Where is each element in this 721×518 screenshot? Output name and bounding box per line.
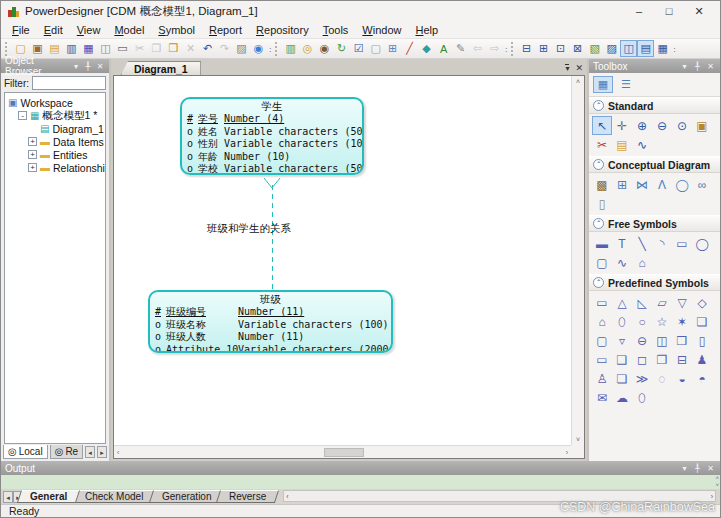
entity-tool-icon[interactable]: ⊞ xyxy=(612,175,632,194)
right-triangle-tool-icon[interactable]: ◺ xyxy=(632,293,652,312)
expander-icon[interactable]: + xyxy=(28,137,37,146)
copy-icon[interactable]: ❐ xyxy=(148,40,165,57)
check-model-icon[interactable]: ☑ xyxy=(350,40,367,57)
association-link-tool-icon[interactable]: ∞ xyxy=(692,175,712,194)
relationship-line[interactable] xyxy=(272,185,273,290)
browser-tab-re[interactable]: ◎Re xyxy=(50,445,84,459)
font-style-icon[interactable]: A xyxy=(435,40,452,57)
collapse-icon[interactable]: ˆ xyxy=(593,100,604,111)
tree-item-概念模型1[interactable]: -▦概念模型1 * xyxy=(5,109,105,122)
entity-班级[interactable]: 班级#班级编号Number (11)o班级名称Variable characte… xyxy=(148,290,393,353)
repository-window-icon[interactable]: ▨ xyxy=(603,40,620,57)
close-diagram-icon[interactable]: ✕ xyxy=(575,63,583,73)
file-tool-icon[interactable]: ▯ xyxy=(592,194,612,213)
output-toggle-icon[interactable]: ▤ xyxy=(637,40,654,57)
close-panel-icon[interactable]: ✕ xyxy=(705,62,716,71)
output-tab-reverse[interactable]: Reverse xyxy=(216,490,279,503)
output-tab-general[interactable]: General xyxy=(17,490,80,503)
menu-file[interactable]: File xyxy=(5,23,37,37)
maximize-button[interactable]: □ xyxy=(654,2,684,20)
documents-icon[interactable]: ⊠ xyxy=(569,40,586,57)
tree-item-diagram-1[interactable]: ▤Diagram_1 xyxy=(5,122,105,135)
trapezoid-tool-icon[interactable]: ▽ xyxy=(672,293,692,312)
tree-item-workspace[interactable]: ▣Workspace xyxy=(5,96,105,109)
list-view-button[interactable]: ☰ xyxy=(616,76,636,93)
create-symbol-icon[interactable]: ▢ xyxy=(367,40,384,57)
folder-open-tool-icon[interactable]: ❏ xyxy=(692,312,712,331)
print-icon[interactable]: ▭ xyxy=(114,40,131,57)
cloud-tool-icon[interactable]: ☁ xyxy=(612,388,632,407)
window-list-icon[interactable]: ▾ xyxy=(565,64,569,72)
cubes-tool-icon[interactable]: ❐ xyxy=(652,350,672,369)
stacked-rectangles-tool-icon[interactable]: ❏ xyxy=(612,369,632,388)
close-panel-icon[interactable]: ✕ xyxy=(705,464,716,473)
menu-report[interactable]: Report xyxy=(202,23,249,37)
ellipse-3d-tool-icon[interactable]: ▬ xyxy=(592,234,612,253)
toolbar-overflow-icon[interactable]: ∶ xyxy=(673,46,675,55)
pentagon-tool-icon[interactable]: ⌂ xyxy=(592,312,612,331)
scroll-left-icon[interactable]: ‹ xyxy=(286,493,288,500)
new-document-icon[interactable]: ⊡ xyxy=(552,40,569,57)
scroll-up-icon[interactable]: ˄ xyxy=(576,78,580,85)
half-cylinder-tool-icon[interactable]: ⊖ xyxy=(632,331,652,350)
menu-edit[interactable]: Edit xyxy=(37,23,70,37)
filter-input[interactable] xyxy=(32,76,106,90)
star-tool-icon[interactable]: ☆ xyxy=(652,312,672,331)
zoom-out-tool-icon[interactable]: ⊖ xyxy=(652,116,672,135)
vertical-scrollbar[interactable]: ˄˅ xyxy=(571,76,584,445)
collapse-icon[interactable]: ˆ xyxy=(593,277,604,288)
scroll-down-icon[interactable]: ˅ xyxy=(715,482,719,489)
person-2-tool-icon[interactable]: ♙ xyxy=(592,369,612,388)
save-all-icon[interactable]: ▦ xyxy=(80,40,97,57)
triangle-tool-icon[interactable]: △ xyxy=(612,293,632,312)
flat-ellipse-tool-icon[interactable]: ⬯ xyxy=(612,312,632,331)
scroll-up-icon[interactable]: ˄ xyxy=(715,475,719,482)
ring-tool-icon[interactable]: ◌ xyxy=(652,369,672,388)
redo-icon[interactable]: ↷ xyxy=(216,40,233,57)
close-button[interactable]: ✕ xyxy=(684,2,714,20)
expander-icon[interactable]: + xyxy=(28,150,37,159)
line-tool-icon[interactable]: ╲ xyxy=(632,234,652,253)
forward-icon[interactable]: ⇨ xyxy=(486,40,503,57)
panel-menu-icon[interactable]: ▾ xyxy=(679,62,690,71)
section-standard[interactable]: ˆStandard xyxy=(589,97,720,114)
cut-icon[interactable]: ✂ xyxy=(131,40,148,57)
menu-tools[interactable]: Tools xyxy=(316,23,356,37)
horizontal-scrollbar[interactable]: ‹› xyxy=(114,445,571,458)
section-conceptual-diagram[interactable]: ˆConceptual Diagram xyxy=(589,156,720,173)
rounded-rectangle-tool-icon[interactable]: ▭ xyxy=(592,293,612,312)
polyline-tool-icon[interactable]: ∿ xyxy=(612,253,632,272)
paste-icon[interactable]: ❒ xyxy=(165,40,182,57)
refresh-model-icon[interactable]: ↻ xyxy=(333,40,350,57)
scroll-down-icon[interactable]: ˅ xyxy=(576,436,580,443)
expander-icon[interactable]: - xyxy=(18,111,27,120)
page-tool-icon[interactable]: ▯ xyxy=(692,331,712,350)
parallelogram-tool-icon[interactable]: ▱ xyxy=(652,293,672,312)
tab-diagram-1[interactable]: Diagram_1 xyxy=(121,61,201,75)
browser-tab-local[interactable]: ◎Local xyxy=(3,445,48,459)
ellipse-tool-icon[interactable]: ◯ xyxy=(692,234,712,253)
fill-style-icon[interactable]: ◆ xyxy=(418,40,435,57)
rectangle-tool-icon[interactable]: ▭ xyxy=(672,234,692,253)
shield-tool-icon[interactable]: ▿ xyxy=(612,331,632,350)
scroll-right-icon[interactable]: › xyxy=(711,493,713,500)
menu-window[interactable]: Window xyxy=(355,23,408,37)
grid-view-button[interactable]: ▦ xyxy=(593,76,613,93)
object-browser-toggle-icon[interactable]: ◫ xyxy=(620,40,637,57)
association-tool-icon[interactable]: ◯ xyxy=(672,175,692,194)
circle-tool-icon[interactable]: ○ xyxy=(632,312,652,331)
menu-help[interactable]: Help xyxy=(408,23,445,37)
output-tab-check-model[interactable]: Check Model xyxy=(72,490,157,503)
grabber-tool-icon[interactable]: ✛ xyxy=(612,116,632,135)
collapse-icon[interactable]: ˆ xyxy=(593,159,604,170)
menu-symbol[interactable]: Symbol xyxy=(151,23,202,37)
open-diagram-tool-icon[interactable]: ▤ xyxy=(612,135,632,154)
output-log[interactable]: ˄˅ xyxy=(1,475,720,489)
jug-tool-icon[interactable]: ◓ xyxy=(692,369,712,388)
relationship-label[interactable]: 班级和学生的关系 xyxy=(207,222,291,236)
line-style-icon[interactable]: ╱ xyxy=(401,40,418,57)
toolbar-overflow-icon[interactable]: ∶ xyxy=(505,46,507,55)
menu-repository[interactable]: Repository xyxy=(249,23,316,37)
tab-rectangle-tool-icon[interactable]: ▢ xyxy=(592,331,612,350)
scroll-left-icon[interactable]: ‹ xyxy=(117,449,119,456)
